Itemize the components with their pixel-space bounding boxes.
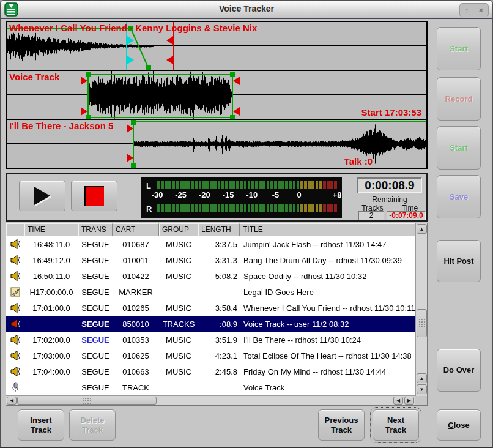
close-button[interactable]: Close bbox=[437, 409, 481, 441]
cell-title: I'll Be There -- rdhost 11/30 10:24 bbox=[240, 335, 415, 345]
window-title: Voice Tracker bbox=[1, 4, 492, 13]
start-1-button[interactable]: Start bbox=[437, 27, 481, 70]
meter-segment bbox=[168, 181, 171, 189]
start-marker-triangle[interactable] bbox=[127, 124, 133, 133]
header-icon-col[interactable] bbox=[6, 223, 24, 236]
stop-button[interactable] bbox=[71, 181, 117, 211]
scroll-up-button-2[interactable]: ▲ bbox=[417, 373, 427, 383]
table-row[interactable]: SEGUE TRACK Voice Track bbox=[6, 379, 415, 395]
table-row[interactable]: 17:04:00.0 SEGUE 010663 MUSIC 2:45.8 Fri… bbox=[6, 364, 415, 379]
cell-time: 16:48:11.0 bbox=[24, 240, 78, 249]
table-row[interactable]: 17:01:00.0 SEGUE 010265 MUSIC 3:58.4 Whe… bbox=[6, 300, 415, 316]
fade-envelope-line[interactable] bbox=[131, 29, 149, 69]
start-marker-triangle[interactable] bbox=[127, 154, 133, 162]
delete-track-button[interactable]: Delete Track bbox=[69, 409, 116, 441]
start-marker-triangle[interactable] bbox=[81, 107, 87, 116]
meter-segment bbox=[172, 204, 176, 212]
segue-start-marker-triangle[interactable] bbox=[127, 56, 134, 64]
meter-segment bbox=[308, 204, 311, 212]
table-row[interactable]: 17:02:00.0 SEGUE 010353 MUSIC 3:51.9 I'l… bbox=[6, 332, 415, 348]
meter-left-strip bbox=[157, 181, 337, 189]
cell-length: 3:51.9 bbox=[198, 335, 240, 345]
save-button[interactable]: Save bbox=[437, 175, 481, 218]
table-row[interactable]: 16:49:12.0 SEGUE 010011 MUSIC 3:31.3 Ban… bbox=[6, 252, 415, 268]
cell-trans: SEGUE bbox=[78, 240, 113, 249]
meter-segment bbox=[278, 204, 281, 212]
cell-group: TRACKS bbox=[159, 319, 198, 329]
meter-segment bbox=[330, 204, 333, 212]
header-length[interactable]: LENGTH bbox=[198, 223, 240, 236]
cell-cart: 010011 bbox=[113, 256, 159, 265]
cell-title: Total Eclipse Of The Heart -- rdhost 11/… bbox=[240, 351, 415, 360]
table-row[interactable]: 17:03:00.0 SEGUE 010625 MUSIC 4:23.1 Tot… bbox=[6, 348, 415, 364]
marker-note-icon bbox=[6, 286, 24, 297]
meter-segment bbox=[165, 204, 168, 212]
close-window-icon[interactable]: × bbox=[478, 4, 483, 16]
table-row[interactable]: 16:50:11.0 SEGUE 010422 MUSIC 5:08.2 Spa… bbox=[6, 268, 415, 284]
end-marker-triangle[interactable] bbox=[166, 36, 173, 45]
fade-handle[interactable] bbox=[131, 120, 136, 125]
meter-segment bbox=[319, 181, 322, 189]
horizontal-scrollbar[interactable]: ◀ ◀ ▶ bbox=[6, 395, 415, 405]
speaker-icon bbox=[6, 302, 24, 313]
hit-post-button[interactable]: Hit Post bbox=[437, 240, 481, 282]
meter-segment bbox=[327, 181, 330, 189]
scroll-left-button[interactable]: ◀ bbox=[7, 397, 17, 405]
meter-segment bbox=[289, 204, 292, 212]
table-row[interactable]: H17:00:00.0 SEGUE MARKER Legal ID Goes H… bbox=[6, 284, 415, 300]
meter-segment bbox=[172, 181, 176, 189]
segue-start-marker-triangle[interactable] bbox=[127, 36, 134, 45]
header-title[interactable]: TITLE bbox=[240, 223, 415, 236]
fade-handle[interactable] bbox=[131, 163, 136, 168]
titlebar[interactable]: Voice Tracker ↑ × bbox=[1, 1, 492, 19]
end-marker-triangle[interactable] bbox=[166, 56, 173, 64]
header-group[interactable]: GROUP bbox=[159, 223, 198, 236]
window-controls: ↑ × bbox=[459, 3, 489, 17]
meter-segment bbox=[323, 181, 326, 189]
vertical-scroll-thumb[interactable] bbox=[417, 309, 427, 337]
meter-segment bbox=[285, 204, 288, 212]
end-marker-triangle[interactable] bbox=[233, 107, 240, 116]
left-arrow-icon: ◀ bbox=[10, 398, 13, 403]
horizontal-scroll-thumb[interactable] bbox=[17, 397, 157, 405]
table-row[interactable]: 16:48:11.0 SEGUE 010687 MUSIC 3:37.5 Jum… bbox=[6, 236, 415, 252]
scroll-right-button[interactable]: ▶ bbox=[404, 397, 414, 405]
header-trans[interactable]: TRANS bbox=[78, 223, 113, 236]
insert-track-button[interactable]: Insert Track bbox=[18, 409, 64, 441]
meter-segment bbox=[206, 181, 209, 189]
region-handle[interactable] bbox=[86, 72, 91, 77]
meter-segment bbox=[191, 204, 194, 212]
header-cart[interactable]: CART bbox=[113, 223, 159, 236]
scroll-up-button[interactable]: ▲ bbox=[417, 224, 427, 234]
region-handle[interactable] bbox=[230, 72, 235, 77]
meter-segment bbox=[229, 181, 232, 189]
meter-segment bbox=[267, 204, 270, 212]
end-marker-triangle[interactable] bbox=[233, 77, 240, 85]
do-over-button[interactable]: Do Over bbox=[437, 349, 481, 392]
play-button[interactable] bbox=[19, 181, 65, 211]
meter-segment bbox=[304, 181, 307, 189]
scroll-down-button[interactable]: ▼ bbox=[417, 384, 427, 394]
cell-title: Friday On My Mind -- rdhost 11/30 14:44 bbox=[240, 367, 415, 376]
next-track-button[interactable]: Next Track bbox=[373, 409, 419, 441]
meter-segment bbox=[285, 181, 288, 189]
voice-track-region-outline[interactable] bbox=[88, 75, 232, 118]
cell-cart: 010625 bbox=[113, 351, 159, 360]
cell-group: MUSIC bbox=[159, 256, 198, 265]
shade-window-icon[interactable]: ↑ bbox=[465, 4, 469, 16]
fade-handle[interactable] bbox=[146, 65, 151, 70]
meter-segment bbox=[259, 181, 262, 189]
meter-segment bbox=[176, 181, 179, 189]
start-marker-triangle[interactable] bbox=[81, 77, 87, 85]
track-2-start-time: Start 17:03:53 bbox=[361, 107, 421, 118]
scroll-left-button-2[interactable]: ◀ bbox=[393, 397, 403, 405]
meter-segment bbox=[281, 181, 284, 189]
table-row[interactable]: SEGUE 850010 TRACKS :08.9 Voice Track --… bbox=[6, 316, 415, 332]
start-2-button[interactable]: Start bbox=[437, 126, 481, 170]
cell-length: 2:45.8 bbox=[198, 367, 240, 376]
vertical-scrollbar[interactable]: ▲ ▲ ▼ bbox=[415, 223, 427, 396]
previous-track-button[interactable]: Previous Track bbox=[318, 409, 365, 441]
record-button[interactable]: Record bbox=[437, 77, 481, 121]
cell-cart: TRACK bbox=[113, 383, 159, 392]
header-time[interactable]: TIME bbox=[24, 223, 78, 236]
